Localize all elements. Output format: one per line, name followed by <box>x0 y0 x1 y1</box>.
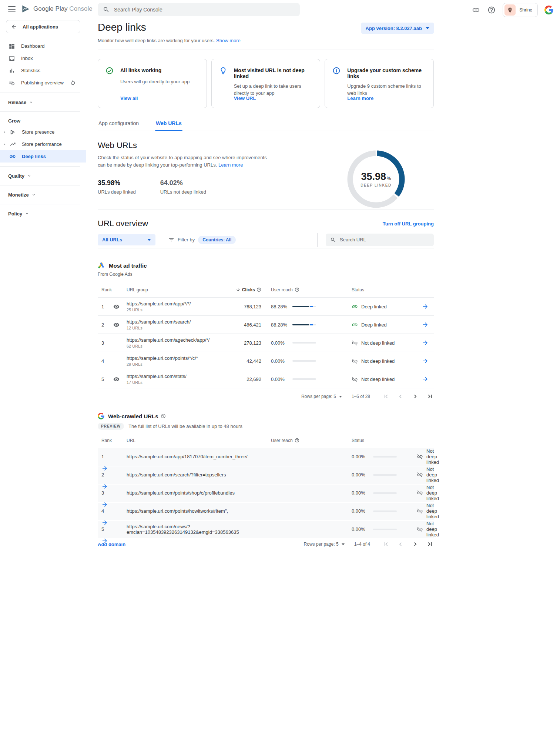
crawled-table-pagination: Rows per page: 5 1–4 of 4 <box>304 540 434 548</box>
shrine-app-icon <box>504 4 516 16</box>
dropdown-arrow-icon <box>426 27 429 29</box>
status-cell: Not deep linked <box>352 358 417 364</box>
clicks-sort-header[interactable]: Clicks <box>218 287 261 292</box>
table-row[interactable]: 3 https://sample.url.com/points/shop/c/p… <box>98 485 434 503</box>
sidebar-section-release[interactable]: Release <box>0 97 86 108</box>
deep-linked-icon <box>352 304 358 310</box>
turn-off-url-grouping-link[interactable]: Turn off URL grouping <box>383 221 434 227</box>
check-circle-icon <box>105 67 114 75</box>
tab-web-urls[interactable]: Web URLs <box>155 120 182 131</box>
sidebar-section-quality[interactable]: Quality <box>0 170 86 181</box>
tab-app-configuration[interactable]: App configuration <box>98 120 140 131</box>
search-url-input[interactable]: Search URL <box>326 234 434 246</box>
show-more-link[interactable]: Show more <box>216 38 241 43</box>
web-crawled-title: Web-crawled URLs <box>108 413 158 419</box>
rows-per-page-dropdown[interactable]: Rows per page: 5 <box>301 394 342 399</box>
learn-more-link[interactable]: Learn more <box>347 96 373 101</box>
view-url-link[interactable]: View URL <box>234 96 256 101</box>
deep-linked-icon <box>352 322 358 328</box>
status-cell: Not deep linked <box>417 503 434 519</box>
page-subtitle: Monitor how well deep links are working … <box>98 38 241 43</box>
help-circle-icon[interactable] <box>295 438 299 443</box>
table-row[interactable]: 2 https://sample.url.com/search/12 URLs … <box>98 316 434 334</box>
not-deep-linked-icon <box>417 453 423 460</box>
topbar-actions: Shrine <box>472 3 553 17</box>
search-input[interactable]: Search Play Console <box>98 3 300 16</box>
back-arrow-icon <box>11 23 17 30</box>
app-version-selector[interactable]: App version: 8.2.027.aab <box>361 23 434 34</box>
table-row[interactable]: 2 https://sample.url.com/search/?filter=… <box>98 466 434 485</box>
open-row-arrow[interactable] <box>417 321 434 328</box>
search-icon <box>330 237 336 243</box>
learn-more-link[interactable]: Learn more <box>218 162 243 168</box>
table-row[interactable]: 5 https://sample.url.com/stats/17 URLs 2… <box>98 370 434 388</box>
sidebar-item-store-performance[interactable]: Store performance <box>0 138 86 150</box>
open-row-arrow[interactable] <box>417 358 434 364</box>
play-console-logo[interactable]: Google Play Console <box>21 4 93 14</box>
play-console-logo-icon <box>21 4 30 14</box>
user-reach-bar <box>292 306 316 307</box>
deep-linked-donut-chart: 35.98% DEEP LINKED <box>345 148 407 210</box>
open-row-arrow[interactable] <box>417 339 434 346</box>
open-row-arrow[interactable] <box>417 376 434 382</box>
open-row-arrow[interactable] <box>98 465 113 472</box>
status-cell: Not deep linked <box>352 376 417 382</box>
link-shortcut-icon[interactable] <box>472 6 480 14</box>
eye-icon[interactable] <box>113 376 127 382</box>
sidebar-item-dashboard[interactable]: Dashboard <box>0 40 86 52</box>
sidebar-item-store-presence[interactable]: Store presence <box>0 126 86 138</box>
table-row[interactable]: 1 https://sample.url.com/app/*/*/25 URLs… <box>98 298 434 316</box>
sidebar-item-publishing-overview[interactable]: Publishing overview <box>0 77 86 89</box>
status-cell: Not deep linked <box>417 448 434 465</box>
last-page-button[interactable] <box>426 540 434 548</box>
filter-icon <box>168 237 174 243</box>
view-all-link[interactable]: View all <box>120 96 138 101</box>
table-row[interactable]: 5 https://sample.url.com/news/?emclan=10… <box>98 521 434 539</box>
table-row[interactable]: 4 https://sample.url.com/points/*/c/*29 … <box>98 352 434 370</box>
help-icon[interactable] <box>487 6 496 14</box>
add-domain-link[interactable]: Add domain <box>98 542 125 547</box>
filter-by: Filter by Countries: All <box>168 236 236 244</box>
table-row[interactable]: 4 https://sample.url.com/points/howitwor… <box>98 503 434 521</box>
sidebar-divider <box>0 185 80 185</box>
hamburger-menu-icon[interactable] <box>8 6 16 12</box>
first-page-button[interactable] <box>382 540 389 548</box>
info-icon <box>332 67 341 75</box>
eye-icon[interactable] <box>113 304 127 310</box>
last-page-button[interactable] <box>426 393 434 400</box>
url-type-dropdown[interactable]: All URLs <box>98 234 155 245</box>
ad-traffic-title: Most ad traffic <box>109 262 147 269</box>
sync-icon[interactable] <box>69 79 77 87</box>
previous-page-button[interactable] <box>397 393 404 400</box>
sidebar-section-policy[interactable]: Policy <box>0 208 86 219</box>
first-page-button[interactable] <box>382 393 389 400</box>
open-row-arrow[interactable] <box>98 519 113 526</box>
help-circle-icon[interactable] <box>256 287 261 292</box>
stat-deep-linked: 35.98% URLs deep linked <box>98 179 136 195</box>
next-page-button[interactable] <box>412 393 419 400</box>
eye-icon[interactable] <box>113 322 127 328</box>
help-circle-icon[interactable] <box>295 287 299 292</box>
lightbulb-icon <box>219 67 227 75</box>
previous-page-button[interactable] <box>397 540 404 548</box>
chevron-down-icon <box>27 174 31 178</box>
publishing-overview-icon <box>8 79 16 87</box>
sidebar-item-statistics[interactable]: Statistics <box>0 64 86 77</box>
next-page-button[interactable] <box>412 540 419 548</box>
help-circle-icon[interactable] <box>161 413 166 419</box>
google-account-icon[interactable] <box>544 6 553 14</box>
app-switcher-chip[interactable]: Shrine <box>503 3 538 17</box>
table-row[interactable]: 1 https://sample.url.com/app/1817070/ite… <box>98 448 434 466</box>
open-row-arrow[interactable] <box>98 501 113 508</box>
sidebar-item-deep-links[interactable]: Deep links <box>0 150 86 163</box>
user-reach-bar <box>292 342 316 344</box>
sidebar-item-inbox[interactable]: Inbox <box>0 52 86 64</box>
chevron-down-icon <box>29 100 33 104</box>
sidebar-section-monetize[interactable]: Monetize <box>0 189 86 200</box>
open-row-arrow[interactable] <box>417 303 434 310</box>
open-row-arrow[interactable] <box>98 483 113 490</box>
countries-filter-chip[interactable]: Countries: All <box>198 236 236 244</box>
rows-per-page-dropdown[interactable]: Rows per page: 5 <box>304 542 345 547</box>
all-applications-button[interactable]: All applications <box>6 20 80 33</box>
table-row[interactable]: 3 https://sample.url.com/agecheck/app/*/… <box>98 334 434 352</box>
